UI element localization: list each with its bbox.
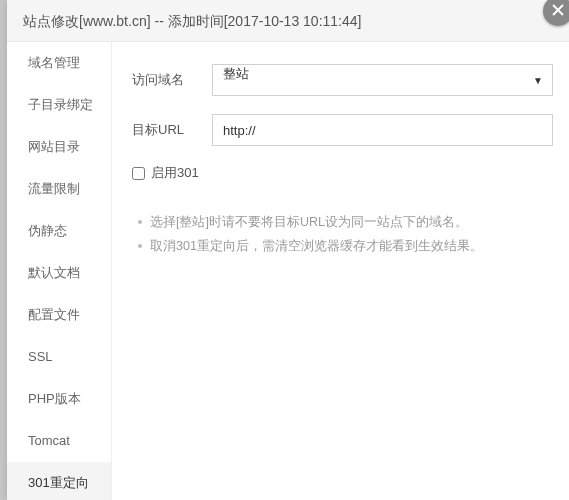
- label-access-domain: 访问域名: [132, 71, 212, 89]
- hint-line: 取消301重定向后，需清空浏览器缓存才能看到生效结果。: [136, 234, 553, 258]
- close-icon: [551, 1, 565, 22]
- background-edge: [0, 0, 7, 500]
- hint-line: 选择[整站]时请不要将目标URL设为同一站点下的域名。: [136, 210, 553, 234]
- modal-title: 站点修改[www.bt.cn] -- 添加时间[2017-10-13 10:11…: [7, 0, 569, 42]
- sidebar-item[interactable]: SSL: [7, 336, 111, 378]
- sidebar: 域名管理子目录绑定网站目录流量限制伪静态默认文档配置文件SSLPHP版本Tomc…: [7, 42, 112, 500]
- field-access-domain: 整站 ▼: [212, 64, 553, 96]
- site-settings-modal: 站点修改[www.bt.cn] -- 添加时间[2017-10-13 10:11…: [7, 0, 569, 500]
- panel-301-redirect: 访问域名 整站 ▼ 目标URL 启用301 选择[整站]时请不要将目标URL设为…: [112, 42, 569, 500]
- sidebar-item[interactable]: Tomcat: [7, 420, 111, 462]
- label-enable-301[interactable]: 启用301: [151, 164, 199, 182]
- sidebar-item[interactable]: 301重定向: [7, 462, 111, 500]
- hints: 选择[整站]时请不要将目标URL设为同一站点下的域名。 取消301重定向后，需清…: [136, 210, 553, 258]
- sidebar-item[interactable]: 默认文档: [7, 252, 111, 294]
- row-enable-301: 启用301: [132, 164, 553, 182]
- select-access-domain[interactable]: 整站: [212, 64, 553, 96]
- field-target-url: [212, 114, 553, 146]
- sidebar-item[interactable]: 流量限制: [7, 168, 111, 210]
- row-target-url: 目标URL: [132, 114, 553, 146]
- sidebar-item[interactable]: 网站目录: [7, 126, 111, 168]
- label-target-url: 目标URL: [132, 121, 212, 139]
- sidebar-item[interactable]: 配置文件: [7, 294, 111, 336]
- checkbox-enable-301[interactable]: [132, 167, 145, 180]
- sidebar-item[interactable]: 伪静态: [7, 210, 111, 252]
- modal-body: 域名管理子目录绑定网站目录流量限制伪静态默认文档配置文件SSLPHP版本Tomc…: [7, 42, 569, 500]
- input-target-url[interactable]: [212, 114, 553, 146]
- sidebar-item[interactable]: 子目录绑定: [7, 84, 111, 126]
- sidebar-item[interactable]: 域名管理: [7, 42, 111, 84]
- sidebar-item[interactable]: PHP版本: [7, 378, 111, 420]
- row-access-domain: 访问域名 整站 ▼: [132, 64, 553, 96]
